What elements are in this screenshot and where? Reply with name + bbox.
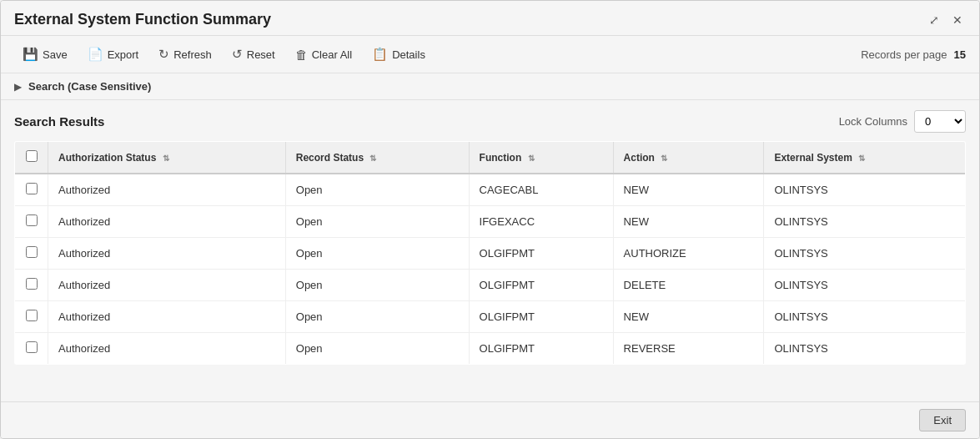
select-all-header[interactable]	[15, 142, 48, 174]
col-function[interactable]: Function ⇅	[469, 142, 613, 174]
row-2-action: AUTHORIZE	[613, 238, 764, 270]
details-label: Details	[392, 48, 425, 61]
reset-icon: ↺	[232, 47, 243, 62]
row-2-checkbox[interactable]	[26, 246, 38, 258]
table-row: AuthorizedOpenIFGEXACCNEWOLINTSYS	[15, 206, 966, 238]
row-5-external-system: OLINTSYS	[764, 333, 966, 365]
select-all-checkbox[interactable]	[26, 150, 38, 162]
data-table: Authorization Status ⇅ Record Status ⇅ F…	[14, 141, 966, 365]
row-4-record-status: Open	[285, 301, 469, 333]
records-per-page-value: 15	[954, 48, 966, 61]
resize-button[interactable]: ⤢	[926, 12, 942, 28]
sort-external-system-icon: ⇅	[858, 154, 865, 163]
row-3-action: DELETE	[613, 270, 764, 301]
row-1-external-system: OLINTSYS	[764, 206, 966, 238]
records-per-page-label: Records per page	[861, 48, 947, 61]
clear-all-icon: 🗑	[295, 48, 308, 62]
row-0-checkbox[interactable]	[26, 183, 38, 194]
export-label: Export	[108, 48, 139, 61]
row-5-checkbox[interactable]	[26, 341, 38, 353]
col-action-label: Action	[624, 152, 655, 164]
lock-columns-control: Lock Columns 0 1 2 3	[839, 110, 966, 133]
col-record-status[interactable]: Record Status ⇅	[285, 142, 469, 174]
row-4-function: OLGIFPMT	[469, 301, 613, 333]
details-icon: 📋	[372, 47, 388, 62]
row-4-checkbox-cell[interactable]	[15, 301, 48, 333]
search-section[interactable]: ▶ Search (Case Sensitive)	[1, 73, 979, 100]
details-button[interactable]: 📋 Details	[364, 43, 434, 66]
close-button[interactable]: ✕	[949, 12, 966, 28]
col-function-label: Function	[480, 152, 522, 164]
reset-button[interactable]: ↺ Reset	[224, 43, 284, 66]
search-results-header: Search Results Lock Columns 0 1 2 3	[14, 110, 966, 133]
title-bar: External System Function Summary ⤢ ✕	[1, 1, 979, 36]
row-0-auth-status: Authorized	[48, 174, 286, 206]
row-1-function: IFGEXACC	[469, 206, 613, 238]
row-5-function: OLGIFPMT	[469, 333, 613, 365]
col-action[interactable]: Action ⇅	[613, 142, 764, 174]
col-external-system-label: External System	[774, 152, 852, 164]
reset-label: Reset	[247, 48, 275, 61]
sort-auth-status-icon: ⇅	[163, 154, 169, 163]
refresh-button[interactable]: ↻ Refresh	[150, 43, 220, 66]
row-0-checkbox-cell[interactable]	[15, 174, 48, 206]
row-2-checkbox-cell[interactable]	[15, 238, 48, 270]
footer: Exit	[1, 401, 979, 438]
row-1-checkbox-cell[interactable]	[15, 206, 48, 238]
refresh-icon: ↻	[158, 47, 169, 62]
clear-all-button[interactable]: 🗑 Clear All	[287, 43, 360, 66]
row-0-action: NEW	[613, 174, 764, 206]
row-4-checkbox[interactable]	[26, 310, 38, 321]
row-1-auth-status: Authorized	[48, 206, 286, 238]
export-button[interactable]: 📄 Export	[79, 43, 148, 66]
row-3-function: OLGIFPMT	[469, 270, 613, 301]
title-bar-icons: ⤢ ✕	[926, 12, 966, 28]
table-row: AuthorizedOpenOLGIFPMTDELETEOLINTSYS	[15, 270, 966, 301]
export-icon: 📄	[88, 47, 103, 62]
row-1-action: NEW	[613, 206, 764, 238]
row-5-action: REVERSE	[613, 333, 764, 365]
clear-all-label: Clear All	[312, 48, 352, 61]
sort-record-status-icon: ⇅	[369, 154, 376, 163]
records-per-page: Records per page 15	[861, 48, 966, 61]
row-2-auth-status: Authorized	[48, 238, 286, 270]
row-2-record-status: Open	[285, 238, 469, 270]
save-label: Save	[43, 48, 68, 61]
row-4-action: NEW	[613, 301, 764, 333]
table-row: AuthorizedOpenOLGIFPMTAUTHORIZEOLINTSYS	[15, 238, 966, 270]
save-icon: 💾	[23, 47, 38, 62]
refresh-label: Refresh	[173, 48, 212, 61]
table-row: AuthorizedOpenCAGECABLNEWOLINTSYS	[15, 174, 966, 206]
row-1-checkbox[interactable]	[26, 214, 38, 226]
row-2-function: OLGIFPMT	[469, 238, 613, 270]
row-3-record-status: Open	[285, 270, 469, 301]
row-0-record-status: Open	[285, 174, 469, 206]
table-row: AuthorizedOpenOLGIFPMTREVERSEOLINTSYS	[15, 333, 966, 365]
row-5-record-status: Open	[285, 333, 469, 365]
col-record-status-label: Record Status	[296, 152, 364, 164]
page-title: External System Function Summary	[14, 11, 271, 28]
row-1-record-status: Open	[285, 206, 469, 238]
sort-action-icon: ⇅	[661, 154, 667, 163]
row-5-checkbox-cell[interactable]	[15, 333, 48, 365]
chevron-right-icon: ▶	[14, 81, 22, 93]
search-section-label: Search (Case Sensitive)	[28, 80, 151, 93]
exit-button[interactable]: Exit	[919, 409, 966, 431]
row-0-external-system: OLINTSYS	[764, 174, 966, 206]
row-2-external-system: OLINTSYS	[764, 238, 966, 270]
toolbar: 💾 Save 📄 Export ↻ Refresh ↺ Reset 🗑 Clea…	[1, 36, 979, 73]
main-content: Search Results Lock Columns 0 1 2 3	[1, 100, 979, 401]
save-button[interactable]: 💾 Save	[14, 43, 76, 66]
row-4-auth-status: Authorized	[48, 301, 286, 333]
col-auth-status[interactable]: Authorization Status ⇅	[48, 142, 286, 174]
row-3-auth-status: Authorized	[48, 270, 286, 301]
lock-columns-select[interactable]: 0 1 2 3	[914, 110, 966, 133]
col-external-system[interactable]: External System ⇅	[764, 142, 966, 174]
sort-function-icon: ⇅	[528, 154, 535, 163]
row-3-checkbox[interactable]	[26, 278, 38, 290]
row-5-auth-status: Authorized	[48, 333, 286, 365]
table-header-row: Authorization Status ⇅ Record Status ⇅ F…	[15, 142, 966, 174]
search-results-title: Search Results	[14, 114, 104, 129]
row-3-checkbox-cell[interactable]	[15, 270, 48, 301]
table-row: AuthorizedOpenOLGIFPMTNEWOLINTSYS	[15, 301, 966, 333]
